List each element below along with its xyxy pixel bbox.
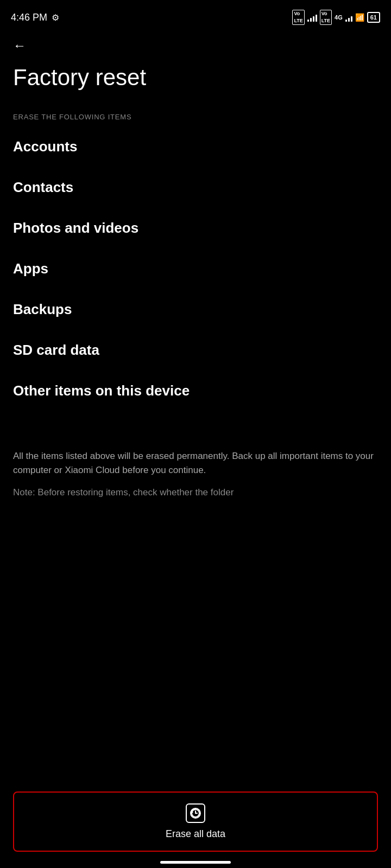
list-item-sd-card: SD card data [0,330,391,371]
erase-button-label: Erase all data [166,828,225,840]
status-time: 4:46 PM ⚙ [11,12,59,23]
warning-text: All the items listed above will be erase… [13,449,378,477]
section-label: ERASE THE FOLLOWING ITEMS [0,102,391,126]
4g-badge: 4G [335,14,343,21]
status-bar: 4:46 PM ⚙ VoLTE VoLTE 4G 📶 61 [0,0,391,33]
list-item-accounts: Accounts [0,126,391,167]
erase-button-container: Erase all data [0,792,391,852]
signal-bars-1 [307,13,317,22]
back-arrow-icon: ← [13,38,26,53]
page-title: Factory reset [13,64,378,91]
volte-badge-1: VoLTE [292,10,304,24]
list-item-photos-videos: Photos and videos [0,208,391,248]
erase-items-list: Accounts Contacts Photos and videos Apps… [0,126,391,411]
time-display: 4:46 PM [11,12,47,23]
wifi-icon: 📶 [355,13,364,22]
signal-bars-2 [345,13,352,22]
home-indicator [160,861,231,864]
list-item-backups: Backups [0,289,391,330]
erase-svg-icon [190,807,201,819]
svg-point-0 [192,809,199,817]
warning-section: All the items listed above will be erase… [0,433,391,510]
erase-icon [186,803,205,823]
list-item-contacts: Contacts [0,167,391,208]
note-text: Note: Before restoring items, check whet… [13,486,378,500]
erase-all-data-button[interactable]: Erase all data [13,792,378,852]
back-button[interactable]: ← [13,38,378,53]
status-icons: VoLTE VoLTE 4G 📶 61 [292,10,380,24]
list-item-apps: Apps [0,248,391,289]
page-header: ← Factory reset [0,33,391,102]
battery-level: 61 [370,14,377,21]
list-item-other-items: Other items on this device [0,371,391,411]
gear-icon: ⚙ [52,12,59,23]
volte-badge-2: VoLTE [320,10,332,24]
battery-icon: 61 [367,12,380,23]
